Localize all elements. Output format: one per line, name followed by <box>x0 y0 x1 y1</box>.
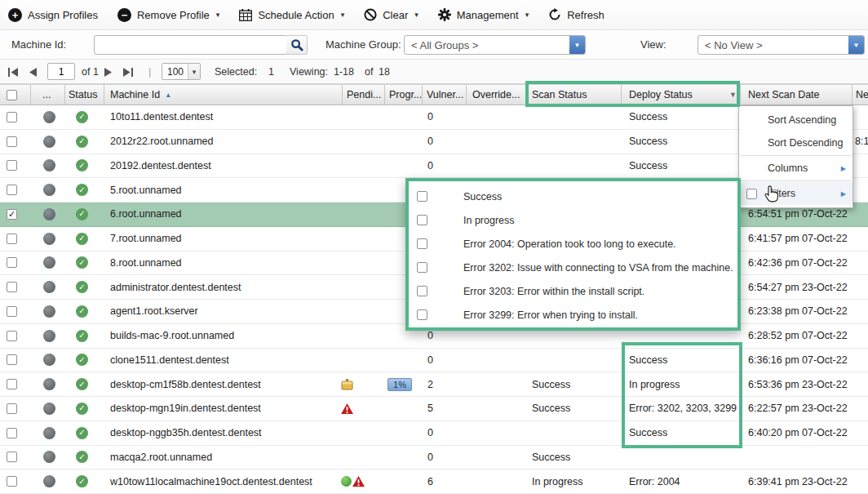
vulnerabilities-count: 0 <box>423 349 467 372</box>
filter-checkbox[interactable] <box>417 309 427 320</box>
next-page-icon <box>104 68 112 77</box>
machine-id-input[interactable] <box>94 35 287 55</box>
filter-checkbox[interactable] <box>417 238 427 249</box>
prev-page-button[interactable] <box>29 67 37 79</box>
row-checkbox[interactable] <box>7 185 17 195</box>
row-checkbox[interactable] <box>7 428 17 438</box>
row-checkbox[interactable] <box>7 306 17 317</box>
filter-checkbox[interactable] <box>417 286 427 296</box>
filter-checkbox[interactable] <box>417 191 427 202</box>
package-icon <box>341 378 353 390</box>
filter-option-label: Error 3203: Error within the install scr… <box>463 286 644 297</box>
clear-button[interactable]: Clear ▾ <box>364 8 418 21</box>
override-cell <box>467 372 526 396</box>
filter-option-error-3202[interactable]: Error 3202: Issue with connecting to VSA… <box>409 256 737 279</box>
table-row[interactable]: desktop-nggb35h.dentest.dentest 0 Succes… <box>0 421 868 446</box>
override-cell <box>467 446 526 470</box>
row-checkbox[interactable] <box>7 331 17 341</box>
filter-option-label: Error 3299: Error when trying to install… <box>463 309 638 321</box>
dropdown-arrow-icon[interactable]: ▼ <box>848 36 864 54</box>
row-checkbox[interactable] <box>7 257 17 268</box>
calendar-icon <box>239 9 252 21</box>
first-page-button[interactable] <box>8 67 19 79</box>
status-check-icon <box>76 136 88 148</box>
refresh-button[interactable]: Refresh <box>548 8 604 21</box>
row-checkbox[interactable] <box>7 452 17 462</box>
dropdown-arrow-icon[interactable]: ▼ <box>569 36 585 54</box>
search-icon <box>290 38 303 51</box>
select-all-checkbox[interactable] <box>7 90 17 100</box>
row-checkbox[interactable] <box>7 379 17 389</box>
plus-circle-icon: + <box>8 8 22 22</box>
next-scan-date: 6:53:36 pm 23-Oct-22 <box>741 372 852 396</box>
filters-checkbox[interactable] <box>746 189 757 199</box>
selected-label: Selected: <box>215 66 257 78</box>
filter-option-error-3203[interactable]: Error 3203: Error within the install scr… <box>409 279 737 303</box>
row-checkbox[interactable] <box>7 282 17 292</box>
row-checkbox[interactable] <box>7 112 17 122</box>
next-scan-date: 6:23:38 pm 07-Oct-22 <box>741 300 852 323</box>
filter-option-success[interactable]: Success <box>409 185 737 208</box>
agent-status-icon <box>43 427 55 439</box>
view-select[interactable]: < No View > ▼ <box>698 35 865 55</box>
page-number-input[interactable] <box>47 63 75 80</box>
filter-option-error-2004[interactable]: Error 2004: Operation took too long to e… <box>409 232 737 256</box>
table-row[interactable]: desktop-cm1f58b.dentest.dentest 1% 2 Suc… <box>0 372 868 397</box>
page-size-select[interactable]: 100 ▾ <box>162 63 201 80</box>
remove-profile-button[interactable]: − Remove Profile ▾ <box>117 8 219 22</box>
column-label: ... <box>42 89 51 100</box>
next-page-button[interactable] <box>104 67 112 79</box>
table-row[interactable]: w10tow11localmachine19oct.dentest.dentes… <box>0 470 868 494</box>
machine-group-select[interactable]: < All Groups > ▼ <box>404 35 586 55</box>
last-page-button[interactable] <box>122 67 133 79</box>
column-header-override[interactable]: Override... <box>467 85 526 105</box>
column-header-status[interactable]: Status <box>65 85 104 105</box>
filter-option-in-progress[interactable]: In progress <box>409 208 737 232</box>
filter-option-label: Success <box>463 191 502 202</box>
deploy-status <box>622 446 741 470</box>
column-header-pending[interactable]: Pendi... <box>343 85 385 105</box>
column-label: Machine Id <box>110 89 160 100</box>
filter-checkbox[interactable] <box>417 215 427 225</box>
column-header-options[interactable]: ... <box>31 85 65 105</box>
column-header-progress[interactable]: Progr... <box>385 85 423 105</box>
column-header-next-scan-date[interactable]: Next Scan Date <box>741 85 852 105</box>
table-row[interactable]: desktop-mgn19in.dentest.dentest 5 Succes… <box>0 397 868 421</box>
column-header-machine-id[interactable]: Machine Id▲ <box>104 85 343 105</box>
row-checkbox[interactable] <box>7 354 17 365</box>
filter-checkbox[interactable] <box>417 262 427 273</box>
ne-value <box>852 300 868 323</box>
status-check-icon <box>76 475 88 487</box>
search-button[interactable] <box>286 35 308 55</box>
column-menu-trigger-icon[interactable]: ▼ <box>729 91 737 99</box>
table-row[interactable]: macqa2.root.unnamed 0 Success <box>0 446 868 470</box>
row-checkbox[interactable] <box>7 209 17 220</box>
column-label: Scan Status <box>532 89 587 100</box>
menu-item-columns[interactable]: Columns▶ <box>739 157 852 180</box>
management-button[interactable]: Management ▾ <box>438 8 529 21</box>
filter-option-error-3299[interactable]: Error 3299: Error when trying to install… <box>409 303 737 327</box>
table-row[interactable]: clone1511.dentest.dentest 0 Success 6:36… <box>0 349 868 373</box>
menu-item-sort-ascending[interactable]: Sort Ascending <box>739 109 852 131</box>
progress-cell <box>385 130 423 154</box>
pending-cell <box>339 300 385 323</box>
ne-value <box>852 324 868 348</box>
row-checkbox[interactable] <box>7 136 17 147</box>
schedule-action-button[interactable]: Schedule Action ▾ <box>239 9 344 21</box>
row-checkbox[interactable] <box>7 160 17 171</box>
vulnerabilities-count: 0 <box>423 105 467 129</box>
menu-item-sort-descending[interactable]: Sort Descending <box>739 131 852 154</box>
column-header-ne[interactable]: Ne... <box>852 85 868 105</box>
assign-profiles-button[interactable]: + Assign Profiles <box>8 8 98 22</box>
column-header-deploy-status[interactable]: Deploy Status▼ <box>622 85 741 105</box>
viewing-of: of <box>365 66 373 78</box>
column-header-vulnerabilities[interactable]: Vulner... <box>423 85 467 105</box>
column-header-scan-status[interactable]: Scan Status <box>526 85 622 105</box>
menu-item-filters[interactable]: Filters▶ <box>739 182 852 205</box>
row-checkbox[interactable] <box>7 403 17 414</box>
button-label: Management <box>457 9 519 21</box>
pending-cell <box>339 349 385 372</box>
progress-cell <box>385 470 423 493</box>
row-checkbox[interactable] <box>7 476 17 487</box>
row-checkbox[interactable] <box>7 234 17 244</box>
